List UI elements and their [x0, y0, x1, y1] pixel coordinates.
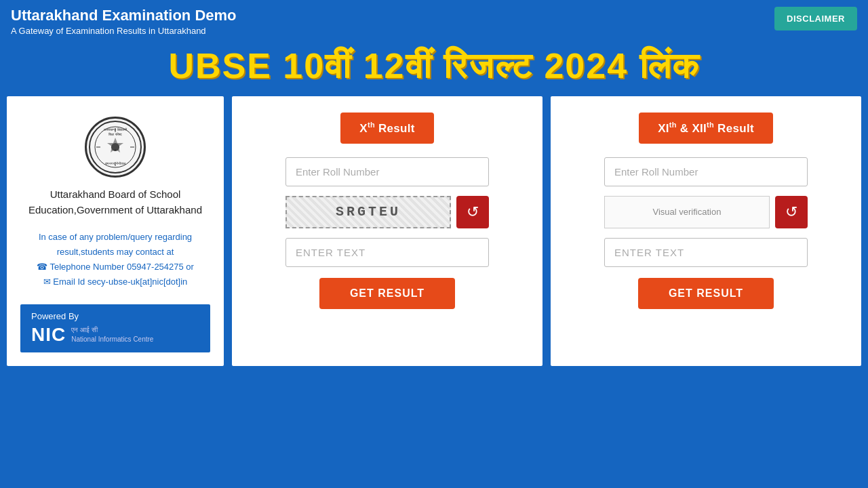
- xth-result-button[interactable]: Xth Result: [340, 113, 433, 144]
- center-panel: Xth Result SRGTEU ↺ GET RESULT: [232, 96, 542, 366]
- left-panel: उत्तराखण्ड विद्यालयी शिक्षा परिषद रामनगर…: [7, 96, 224, 366]
- phone-info: ☎ Telephone Number 05947-254275 or: [37, 262, 194, 272]
- right-panel: XIth & XIIth Result Visual verification …: [551, 96, 861, 366]
- site-subtitle: A Gateway of Examination Results in Utta…: [11, 26, 237, 36]
- right-roll-group: [604, 157, 808, 186]
- site-title: Uttarakhand Examination Demo: [11, 7, 237, 24]
- disclaimer-button[interactable]: DISCLAIMER: [774, 7, 857, 30]
- svg-text:शिक्षा परिषद: शिक्षा परिषद: [108, 132, 121, 136]
- visual-verification-text: Visual verification: [653, 207, 722, 217]
- xth-sup: th: [368, 121, 375, 129]
- contact-info: In case of any problem/query regarding r…: [20, 230, 210, 289]
- center-captcha-input[interactable]: [285, 238, 489, 267]
- right-captcha-image: Visual verification: [604, 196, 770, 228]
- main-content: उत्तराखण्ड विद्यालयी शिक्षा परिषद रामनगर…: [0, 96, 868, 386]
- center-roll-group: [285, 157, 489, 186]
- nic-logo: NIC एन आई सी National Informatics Centre: [31, 324, 153, 346]
- nic-full-name: National Informatics Centre: [71, 336, 153, 343]
- center-captcha-image: SRGTEU: [285, 196, 451, 228]
- board-name: Uttarakhand Board of School Education,Go…: [20, 187, 210, 218]
- right-captcha-row: Visual verification ↺: [604, 196, 808, 228]
- center-get-result-button[interactable]: GET RESULT: [319, 278, 455, 309]
- nic-hindi: एन आई सी: [71, 326, 98, 333]
- refresh-icon-right: ↺: [785, 203, 797, 221]
- nic-acronym: NIC: [31, 324, 66, 346]
- right-captcha-refresh[interactable]: ↺: [775, 196, 808, 228]
- contact-intro: In case of any problem/query regarding r…: [39, 232, 192, 257]
- right-get-result-button[interactable]: GET RESULT: [638, 278, 774, 309]
- xith-result-button[interactable]: XIth & XIIth Result: [639, 113, 773, 144]
- center-roll-input[interactable]: [285, 157, 489, 186]
- xith-sup2: th: [707, 121, 714, 129]
- refresh-icon: ↺: [467, 203, 479, 221]
- banner-text: UBSE 10वीं 12वीं रिजल्ट 2024 लिंक: [0, 40, 868, 96]
- xth-result-label: Result: [378, 122, 415, 135]
- xith-sup1: th: [669, 121, 677, 129]
- header-left: Uttarakhand Examination Demo A Gateway o…: [11, 7, 237, 36]
- center-captcha-text: SRGTEU: [336, 204, 401, 220]
- email-info: ✉ Email Id secy-ubse-uk[at]nic[dot]in: [43, 277, 188, 287]
- center-captcha-row: SRGTEU ↺: [285, 196, 489, 228]
- header: Uttarakhand Examination Demo A Gateway o…: [0, 0, 868, 40]
- nic-description: एन आई सी National Informatics Centre: [71, 325, 153, 344]
- right-captcha-input[interactable]: [604, 238, 808, 267]
- xith-result-label: Result: [717, 122, 754, 135]
- center-captcha-refresh[interactable]: ↺: [456, 196, 489, 228]
- board-seal: उत्तराखण्ड विद्यालयी शिक्षा परिषद रामनगर…: [85, 117, 146, 178]
- right-roll-input[interactable]: [604, 157, 808, 186]
- powered-by-label: Powered By: [31, 311, 79, 321]
- powered-by-section: Powered By NIC एन आई सी National Informa…: [20, 304, 210, 352]
